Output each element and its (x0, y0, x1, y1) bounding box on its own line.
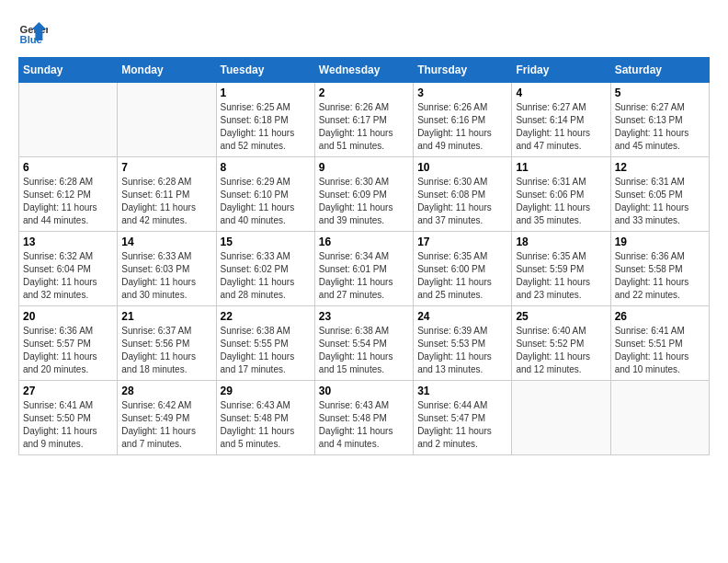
day-number: 5 (615, 86, 705, 99)
day-number: 29 (221, 385, 311, 397)
day-info: Sunrise: 6:30 AMSunset: 6:08 PMDaylight:… (417, 176, 507, 227)
day-number: 23 (319, 310, 409, 323)
day-info: Sunrise: 6:41 AMSunset: 5:50 PMDaylight:… (23, 399, 113, 451)
header-saturday: Saturday (610, 58, 709, 83)
calendar-cell: 23Sunrise: 6:38 AMSunset: 5:54 PMDayligh… (314, 306, 413, 381)
day-info: Sunrise: 6:38 AMSunset: 5:54 PMDaylight:… (319, 325, 409, 376)
week-row-3: 20Sunrise: 6:36 AMSunset: 5:57 PMDayligh… (19, 306, 710, 381)
day-info: Sunrise: 6:35 AMSunset: 5:59 PMDaylight:… (516, 250, 606, 302)
day-info: Sunrise: 6:39 AMSunset: 5:53 PMDaylight:… (417, 325, 507, 376)
day-number: 1 (221, 86, 311, 99)
calendar-cell: 25Sunrise: 6:40 AMSunset: 5:52 PMDayligh… (512, 306, 610, 381)
day-number: 26 (615, 310, 705, 323)
day-info: Sunrise: 6:28 AMSunset: 6:12 PMDaylight:… (23, 176, 113, 227)
day-number: 9 (319, 161, 409, 174)
day-info: Sunrise: 6:27 AMSunset: 6:13 PMDaylight:… (615, 101, 705, 153)
header-monday: Monday (118, 58, 216, 83)
calendar-cell: 7Sunrise: 6:28 AMSunset: 6:11 PMDaylight… (118, 157, 216, 232)
day-info: Sunrise: 6:25 AMSunset: 6:18 PMDaylight:… (221, 101, 311, 153)
calendar-cell: 4Sunrise: 6:27 AMSunset: 6:14 PMDaylight… (512, 83, 610, 157)
calendar-cell (512, 381, 610, 455)
calendar-cell: 21Sunrise: 6:37 AMSunset: 5:56 PMDayligh… (118, 306, 216, 381)
day-info: Sunrise: 6:27 AMSunset: 6:14 PMDaylight:… (516, 101, 606, 153)
header: General Blue (18, 18, 710, 48)
day-number: 13 (23, 236, 113, 248)
day-info: Sunrise: 6:43 AMSunset: 5:48 PMDaylight:… (221, 399, 311, 451)
calendar-cell: 22Sunrise: 6:38 AMSunset: 5:55 PMDayligh… (216, 306, 314, 381)
calendar-cell: 9Sunrise: 6:30 AMSunset: 6:09 PMDaylight… (314, 157, 413, 232)
calendar-cell: 5Sunrise: 6:27 AMSunset: 6:13 PMDaylight… (610, 83, 709, 157)
day-number: 17 (417, 236, 507, 248)
calendar-cell: 19Sunrise: 6:36 AMSunset: 5:58 PMDayligh… (610, 232, 709, 306)
calendar-cell: 24Sunrise: 6:39 AMSunset: 5:53 PMDayligh… (414, 306, 512, 381)
calendar-cell: 18Sunrise: 6:35 AMSunset: 5:59 PMDayligh… (512, 232, 610, 306)
calendar-cell (118, 83, 216, 157)
header-sunday: Sunday (19, 58, 118, 83)
day-info: Sunrise: 6:36 AMSunset: 5:57 PMDaylight:… (23, 325, 113, 376)
day-number: 20 (23, 310, 113, 323)
day-number: 19 (615, 236, 705, 248)
header-friday: Friday (512, 58, 610, 83)
header-wednesday: Wednesday (314, 58, 413, 83)
day-info: Sunrise: 6:33 AMSunset: 6:03 PMDaylight:… (121, 250, 211, 302)
day-info: Sunrise: 6:26 AMSunset: 6:16 PMDaylight:… (417, 101, 507, 153)
day-number: 16 (319, 236, 409, 248)
calendar-cell: 29Sunrise: 6:43 AMSunset: 5:48 PMDayligh… (216, 381, 314, 455)
day-number: 3 (417, 86, 507, 99)
day-number: 7 (121, 161, 211, 174)
day-info: Sunrise: 6:42 AMSunset: 5:49 PMDaylight:… (121, 399, 211, 451)
day-info: Sunrise: 6:30 AMSunset: 6:09 PMDaylight:… (319, 176, 409, 227)
day-info: Sunrise: 6:32 AMSunset: 6:04 PMDaylight:… (23, 250, 113, 302)
day-info: Sunrise: 6:31 AMSunset: 6:06 PMDaylight:… (516, 176, 606, 227)
day-info: Sunrise: 6:40 AMSunset: 5:52 PMDaylight:… (516, 325, 606, 376)
day-info: Sunrise: 6:38 AMSunset: 5:55 PMDaylight:… (221, 325, 311, 376)
calendar-cell: 8Sunrise: 6:29 AMSunset: 6:10 PMDaylight… (216, 157, 314, 232)
logo-icon: General Blue (18, 18, 48, 48)
calendar-cell: 11Sunrise: 6:31 AMSunset: 6:06 PMDayligh… (512, 157, 610, 232)
calendar-cell: 26Sunrise: 6:41 AMSunset: 5:51 PMDayligh… (610, 306, 709, 381)
calendar-cell: 16Sunrise: 6:34 AMSunset: 6:01 PMDayligh… (314, 232, 413, 306)
day-number: 12 (615, 161, 705, 174)
day-info: Sunrise: 6:34 AMSunset: 6:01 PMDaylight:… (319, 250, 409, 302)
calendar-cell: 12Sunrise: 6:31 AMSunset: 6:05 PMDayligh… (610, 157, 709, 232)
calendar-cell: 17Sunrise: 6:35 AMSunset: 6:00 PMDayligh… (414, 232, 512, 306)
day-info: Sunrise: 6:36 AMSunset: 5:58 PMDaylight:… (615, 250, 705, 302)
calendar-cell: 6Sunrise: 6:28 AMSunset: 6:12 PMDaylight… (19, 157, 118, 232)
day-number: 18 (516, 236, 606, 248)
calendar-body: 1Sunrise: 6:25 AMSunset: 6:18 PMDaylight… (19, 83, 710, 455)
day-number: 24 (417, 310, 507, 323)
day-number: 4 (516, 86, 606, 99)
calendar-cell: 28Sunrise: 6:42 AMSunset: 5:49 PMDayligh… (118, 381, 216, 455)
logo: General Blue (18, 18, 51, 48)
day-number: 30 (319, 385, 409, 397)
calendar-cell: 27Sunrise: 6:41 AMSunset: 5:50 PMDayligh… (19, 381, 118, 455)
day-number: 10 (417, 161, 507, 174)
day-info: Sunrise: 6:33 AMSunset: 6:02 PMDaylight:… (221, 250, 311, 302)
calendar-cell: 30Sunrise: 6:43 AMSunset: 5:48 PMDayligh… (314, 381, 413, 455)
day-info: Sunrise: 6:35 AMSunset: 6:00 PMDaylight:… (417, 250, 507, 302)
calendar-cell: 1Sunrise: 6:25 AMSunset: 6:18 PMDaylight… (216, 83, 314, 157)
day-number: 21 (121, 310, 211, 323)
day-info: Sunrise: 6:43 AMSunset: 5:48 PMDaylight:… (319, 399, 409, 451)
day-info: Sunrise: 6:44 AMSunset: 5:47 PMDaylight:… (417, 399, 507, 451)
week-row-2: 13Sunrise: 6:32 AMSunset: 6:04 PMDayligh… (19, 232, 710, 306)
day-number: 14 (121, 236, 211, 248)
calendar-cell: 10Sunrise: 6:30 AMSunset: 6:08 PMDayligh… (414, 157, 512, 232)
calendar-cell: 20Sunrise: 6:36 AMSunset: 5:57 PMDayligh… (19, 306, 118, 381)
day-info: Sunrise: 6:28 AMSunset: 6:11 PMDaylight:… (121, 176, 211, 227)
header-tuesday: Tuesday (216, 58, 314, 83)
day-number: 25 (516, 310, 606, 323)
calendar-cell (610, 381, 709, 455)
day-info: Sunrise: 6:29 AMSunset: 6:10 PMDaylight:… (221, 176, 311, 227)
day-number: 2 (319, 86, 409, 99)
week-row-1: 6Sunrise: 6:28 AMSunset: 6:12 PMDaylight… (19, 157, 710, 232)
calendar-cell: 3Sunrise: 6:26 AMSunset: 6:16 PMDaylight… (414, 83, 512, 157)
calendar-cell: 2Sunrise: 6:26 AMSunset: 6:17 PMDaylight… (314, 83, 413, 157)
calendar-cell: 13Sunrise: 6:32 AMSunset: 6:04 PMDayligh… (19, 232, 118, 306)
calendar-table: SundayMondayTuesdayWednesdayThursdayFrid… (18, 57, 710, 455)
day-number: 31 (417, 385, 507, 397)
day-info: Sunrise: 6:37 AMSunset: 5:56 PMDaylight:… (121, 325, 211, 376)
week-row-0: 1Sunrise: 6:25 AMSunset: 6:18 PMDaylight… (19, 83, 710, 157)
day-info: Sunrise: 6:41 AMSunset: 5:51 PMDaylight:… (615, 325, 705, 376)
week-row-4: 27Sunrise: 6:41 AMSunset: 5:50 PMDayligh… (19, 381, 710, 455)
